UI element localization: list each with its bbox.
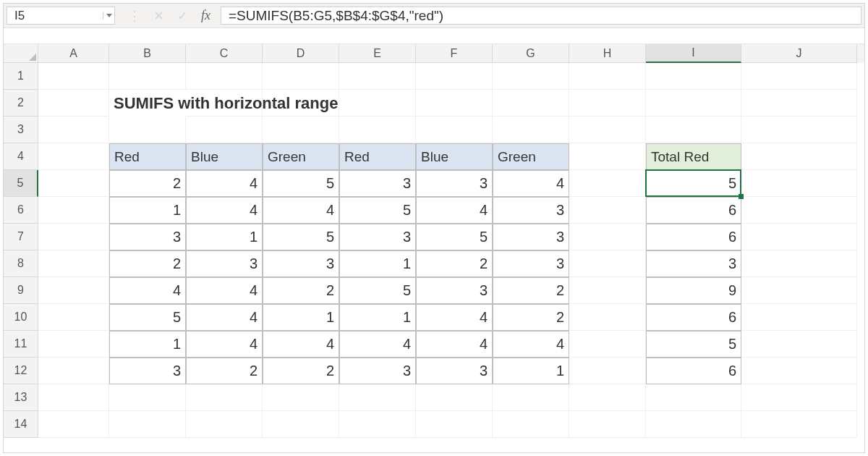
- cell-A13[interactable]: [38, 384, 109, 411]
- cell-A6[interactable]: [38, 197, 109, 224]
- cell-D9[interactable]: 2: [263, 277, 339, 304]
- cell-A4[interactable]: [38, 143, 109, 170]
- cell-A2[interactable]: [38, 90, 109, 117]
- cell-I13[interactable]: [646, 384, 741, 411]
- cell-J2[interactable]: [741, 90, 857, 117]
- cell-D8[interactable]: 3: [263, 250, 339, 277]
- row-header[interactable]: 1: [4, 63, 38, 90]
- cell-B9[interactable]: 4: [109, 277, 186, 304]
- row-header[interactable]: 12: [4, 358, 38, 384]
- cell-B7[interactable]: 3: [109, 224, 186, 250]
- cell-D11[interactable]: 4: [263, 331, 339, 358]
- col-header-A[interactable]: A: [38, 44, 109, 63]
- cell-B10[interactable]: 5: [109, 304, 186, 331]
- cell-H14[interactable]: [569, 411, 646, 438]
- cell-G4[interactable]: Green: [493, 143, 569, 170]
- cell-H1[interactable]: [569, 63, 646, 90]
- cell-C2[interactable]: [186, 90, 263, 117]
- cell-A11[interactable]: [38, 331, 109, 358]
- name-box-dropdown[interactable]: [103, 12, 110, 20]
- cell-H12[interactable]: [569, 358, 646, 384]
- cell-G1[interactable]: [493, 63, 569, 90]
- cell-E4[interactable]: Red: [339, 143, 416, 170]
- cell-B1[interactable]: [109, 63, 186, 90]
- cell-D7[interactable]: 5: [263, 224, 339, 250]
- cell-I14[interactable]: [646, 411, 741, 438]
- cell-E8[interactable]: 1: [339, 250, 416, 277]
- cell-B8[interactable]: 2: [109, 250, 186, 277]
- row-header[interactable]: 9: [4, 277, 38, 304]
- row-header[interactable]: 6: [4, 197, 38, 224]
- cell-I9[interactable]: 9: [646, 277, 741, 304]
- cell-E5[interactable]: 3: [339, 170, 416, 197]
- cell-F8[interactable]: 2: [416, 250, 493, 277]
- cell-G5[interactable]: 4: [493, 170, 569, 197]
- cell-D3[interactable]: [263, 117, 339, 143]
- cell-A12[interactable]: [38, 358, 109, 384]
- accept-icon[interactable]: ✓: [177, 8, 188, 24]
- row-header[interactable]: 11: [4, 331, 38, 358]
- cell-C7[interactable]: 1: [186, 224, 263, 250]
- cell-B2[interactable]: SUMIFS with horizontal range: [109, 90, 186, 117]
- cell-G6[interactable]: 3: [493, 197, 569, 224]
- cell-I11[interactable]: 5: [646, 331, 741, 358]
- cell-E12[interactable]: 3: [339, 358, 416, 384]
- cell-J10[interactable]: [741, 304, 857, 331]
- cell-D12[interactable]: 2: [263, 358, 339, 384]
- cell-F12[interactable]: 3: [416, 358, 493, 384]
- cell-C5[interactable]: 4: [186, 170, 263, 197]
- cell-E10[interactable]: 1: [339, 304, 416, 331]
- row-header[interactable]: 7: [4, 224, 38, 250]
- cell-A10[interactable]: [38, 304, 109, 331]
- cell-C14[interactable]: [186, 411, 263, 438]
- cell-H6[interactable]: [569, 197, 646, 224]
- cell-F1[interactable]: [416, 63, 493, 90]
- cell-J13[interactable]: [741, 384, 857, 411]
- cell-J6[interactable]: [741, 197, 857, 224]
- cell-F9[interactable]: 3: [416, 277, 493, 304]
- cancel-icon[interactable]: ✕: [153, 8, 164, 24]
- cell-G10[interactable]: 2: [493, 304, 569, 331]
- cell-D2[interactable]: [263, 90, 339, 117]
- cell-J4[interactable]: [741, 143, 857, 170]
- col-header-J[interactable]: J: [741, 44, 857, 63]
- cell-C3[interactable]: [186, 117, 263, 143]
- cell-J3[interactable]: [741, 117, 857, 143]
- cell-C12[interactable]: 2: [186, 358, 263, 384]
- row-header[interactable]: 13: [4, 384, 38, 411]
- cell-J8[interactable]: [741, 250, 857, 277]
- cell-A5[interactable]: [38, 170, 109, 197]
- cell-J9[interactable]: [741, 277, 857, 304]
- cell-H9[interactable]: [569, 277, 646, 304]
- col-header-I[interactable]: I: [646, 44, 741, 63]
- cell-I12[interactable]: 6: [646, 358, 741, 384]
- cell-A7[interactable]: [38, 224, 109, 250]
- cell-E7[interactable]: 3: [339, 224, 416, 250]
- cell-H11[interactable]: [569, 331, 646, 358]
- cell-C13[interactable]: [186, 384, 263, 411]
- cell-F3[interactable]: [416, 117, 493, 143]
- cell-G2[interactable]: [493, 90, 569, 117]
- fill-handle[interactable]: [739, 194, 744, 199]
- cell-D14[interactable]: [263, 411, 339, 438]
- cell-G3[interactable]: [493, 117, 569, 143]
- cell-D1[interactable]: [263, 63, 339, 90]
- cell-E11[interactable]: 4: [339, 331, 416, 358]
- cell-I8[interactable]: 3: [646, 250, 741, 277]
- cell-I5[interactable]: 5: [646, 170, 741, 197]
- cell-G8[interactable]: 3: [493, 250, 569, 277]
- cell-E1[interactable]: [339, 63, 416, 90]
- cell-B14[interactable]: [109, 411, 186, 438]
- cell-B4[interactable]: Red: [109, 143, 186, 170]
- cell-A9[interactable]: [38, 277, 109, 304]
- col-header-B[interactable]: B: [109, 44, 186, 63]
- row-header[interactable]: 5: [4, 170, 38, 197]
- cell-E6[interactable]: 5: [339, 197, 416, 224]
- cell-I1[interactable]: [646, 63, 741, 90]
- cell-B6[interactable]: 1: [109, 197, 186, 224]
- cell-H3[interactable]: [569, 117, 646, 143]
- cell-F6[interactable]: 4: [416, 197, 493, 224]
- cell-H8[interactable]: [569, 250, 646, 277]
- cell-D10[interactable]: 1: [263, 304, 339, 331]
- cell-B13[interactable]: [109, 384, 186, 411]
